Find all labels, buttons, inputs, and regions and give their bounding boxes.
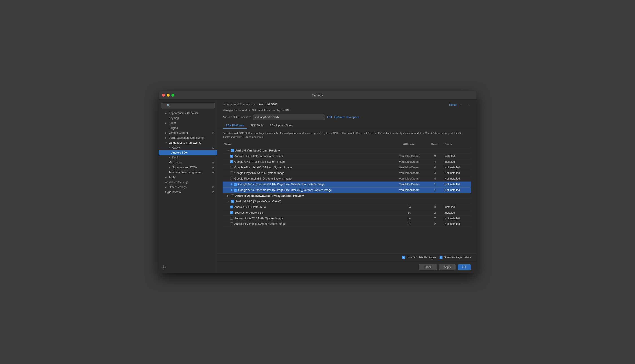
item-checkbox[interactable] — [230, 155, 233, 158]
item-checkbox[interactable] — [230, 160, 233, 163]
sidebar-item-plugins[interactable]: Plugins — [159, 126, 217, 130]
item-checkbox[interactable] — [230, 172, 233, 174]
item-checkbox[interactable] — [234, 189, 237, 192]
show-details-checkbox[interactable] — [440, 256, 443, 259]
sidebar-item-label: Languages & Frameworks — [169, 141, 201, 144]
cancel-button[interactable]: Cancel — [419, 264, 437, 270]
table-row[interactable]: Google Play ARM 64 v8a System Image Vani… — [223, 170, 471, 176]
table-row[interactable]: Android TV Intel x86 Atom System Image 3… — [223, 221, 471, 226]
optimize-button[interactable]: Optimize disk space — [334, 116, 360, 119]
group-checkbox[interactable] — [231, 149, 234, 152]
ok-button[interactable]: OK — [458, 264, 471, 270]
sidebar-item-editor[interactable]: ▶ Editor — [159, 120, 217, 126]
table-row[interactable]: Google APIs ARM 64 v8a System Image Vani… — [223, 159, 471, 164]
col-header-api: API Level — [392, 141, 427, 148]
cell-name: Google APIs Intel x86_64 Atom System Ima… — [224, 166, 390, 169]
cell-rev: 4 — [427, 170, 443, 176]
close-button[interactable] — [162, 94, 165, 96]
table-row[interactable]: Google APIs Intel x86_64 Atom System Ima… — [223, 164, 471, 170]
cell-status: Not installed — [443, 216, 471, 221]
help-button[interactable]: ? — [162, 266, 166, 270]
item-checkbox[interactable] — [230, 211, 233, 214]
tab-sdk-update-sites[interactable]: SDK Update Sites — [266, 122, 295, 129]
nav-back-button[interactable]: ← — [458, 103, 464, 107]
apply-button[interactable]: Apply — [439, 264, 456, 270]
sidebar-item-schemas[interactable]: ▶ Schemas and DTDs ⊟ — [159, 165, 217, 170]
search-input[interactable] — [161, 103, 215, 108]
cell-api: 34 — [392, 221, 427, 226]
sidebar-item-label: Android SDK — [171, 151, 188, 154]
sidebar-item-languages[interactable]: ▼ Languages & Frameworks — [159, 140, 217, 145]
collapse-icon: ▼ — [227, 149, 230, 152]
sidebar-item-version-control[interactable]: ▶ Version Control ⊟ — [159, 130, 217, 136]
table-row[interactable]: Android SDK Platform 34 34 3 Installed — [223, 204, 471, 210]
col-header-name: Name — [223, 141, 392, 148]
search-bar: 🔍 — [159, 101, 217, 111]
cell-status — [443, 148, 471, 153]
hide-obsolete-checkbox[interactable] — [402, 256, 405, 259]
row-label: Google Play ARM 64 v8a System Image — [234, 172, 284, 174]
item-checkbox[interactable] — [230, 217, 233, 220]
sidebar-item-advanced[interactable]: Advanced Settings — [159, 180, 217, 185]
minimize-button[interactable] — [167, 94, 170, 96]
cell-rev: 4 — [427, 176, 443, 181]
table-row[interactable]: ▶ Android UpsideDownCakePrivacySandbox P… — [223, 193, 471, 198]
table-row[interactable]: Android SDK Platform VanillaIceCream Van… — [223, 153, 471, 159]
table-row[interactable]: Android TV ARM 64 v8a System Image 34 2 … — [223, 216, 471, 221]
nav-forward-button[interactable]: → — [466, 103, 471, 107]
cell-rev: 4 — [427, 164, 443, 170]
table-row[interactable]: Google Play Intel x86_64 Atom System Ima… — [223, 176, 471, 181]
reset-button[interactable]: Reset — [449, 103, 457, 106]
table-row[interactable]: ▼ Android 14.0 ("UpsideDownCake") — [223, 198, 471, 204]
tab-sdk-tools[interactable]: SDK Tools — [247, 122, 266, 129]
table-row[interactable]: Sources for Android 34 34 2 Installed — [223, 210, 471, 216]
sidebar-item-cpp[interactable]: ▶ C/C++ ⊟ — [159, 145, 217, 150]
main-content: 🔍 ▶ Appearance & Behavior Keymap ▶ Edito… — [159, 100, 476, 273]
cell-api — [392, 198, 427, 204]
table-row[interactable]: ▼ Android VanillaIceCream Preview — [223, 148, 471, 153]
item-checkbox[interactable] — [234, 183, 237, 186]
window-title: Settings — [312, 94, 323, 97]
cell-api: VanillaIceCream — [392, 170, 427, 176]
row-label: Android VanillaIceCream Preview — [235, 149, 280, 152]
chevron-right-icon: ▶ — [165, 186, 168, 188]
search-wrapper: 🔍 — [161, 103, 215, 108]
item-checkbox[interactable] — [230, 222, 233, 225]
row-label: Android TV ARM 64 v8a System Image — [234, 217, 283, 220]
sidebar-item-label: Keymap — [169, 116, 179, 120]
sdk-location-input[interactable] — [253, 114, 325, 120]
cell-rev: 2 — [427, 221, 443, 226]
table-row[interactable]: ⬇ Google APIs Experimental 16k Page Size… — [223, 187, 471, 193]
table-row[interactable]: ⬇ Google APIs Experimental 16k Page Size… — [223, 181, 471, 187]
sidebar-item-markdown[interactable]: Markdown ⊟ — [159, 160, 217, 165]
sidebar-item-label: Experimental — [165, 190, 182, 194]
sdk-table-body: ▼ Android VanillaIceCream Preview — [223, 148, 471, 226]
chevron-right-icon: ▶ — [169, 166, 171, 168]
sidebar-item-kotlin[interactable]: ▶ Kotlin — [159, 155, 217, 160]
maximize-button[interactable] — [171, 94, 174, 96]
sidebar-item-tools[interactable]: ▶ Tools — [159, 175, 217, 180]
item-checkbox[interactable] — [230, 166, 233, 169]
group-checkbox[interactable] — [231, 200, 234, 203]
sidebar-item-android-sdk[interactable]: Android SDK — [159, 150, 217, 155]
edit-button[interactable]: Edit — [327, 116, 332, 119]
sidebar-bottom: ? — [159, 264, 217, 271]
sidebar-item-build[interactable]: ▶ Build, Execution, Deployment — [159, 136, 217, 140]
item-checkbox[interactable] — [230, 177, 233, 180]
cell-name: Google Play ARM 64 v8a System Image — [224, 172, 390, 174]
sidebar-item-appearance[interactable]: ▶ Appearance & Behavior — [159, 111, 217, 116]
sidebar-item-label: Build, Execution, Deployment — [169, 136, 205, 140]
cell-api: VanillaIceCream — [392, 164, 427, 170]
item-checkbox[interactable] — [230, 206, 233, 208]
sidebar-item-keymap[interactable]: Keymap — [159, 116, 217, 120]
sidebar-item-other[interactable]: ▶ Other Settings ⊟ — [159, 185, 217, 190]
cell-rev: 4 — [427, 159, 443, 164]
sidebar-item-template[interactable]: Template Data Languages ⊟ — [159, 170, 217, 175]
sidebar-item-experimental[interactable]: Experimental ⊟ — [159, 190, 217, 194]
sdk-table: Name API Level Revi... Status ▼ — [223, 141, 471, 227]
cell-name: ▶ Android UpsideDownCakePrivacySandbox P… — [224, 194, 390, 198]
group-checkbox[interactable] — [231, 194, 234, 197]
cell-status — [443, 198, 471, 204]
cell-status: Not installed — [443, 164, 471, 170]
tab-sdk-platforms[interactable]: SDK Platforms — [223, 122, 247, 129]
